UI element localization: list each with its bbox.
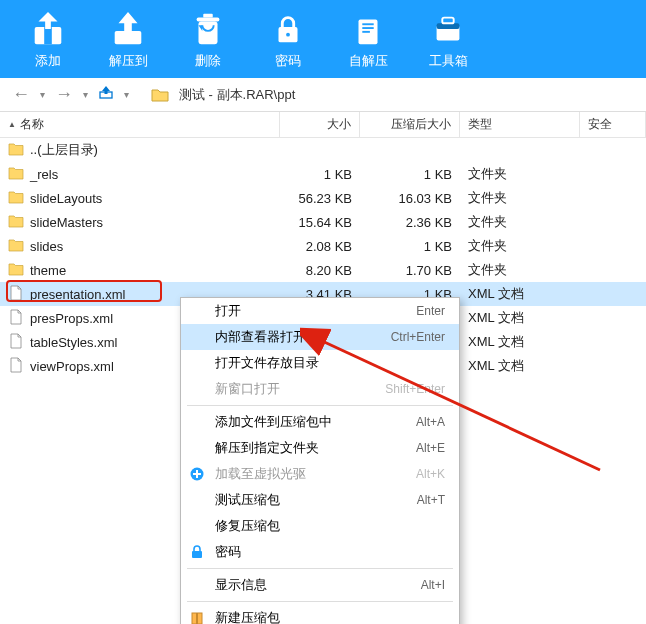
file-row[interactable]: theme8.20 KB1.70 KB文件夹 [0,258,646,282]
folder-icon [8,261,24,280]
context-menu-item[interactable]: 解压到指定文件夹Alt+E [181,435,459,461]
file-row[interactable]: slides2.08 KB1 KB文件夹 [0,234,646,258]
folder-icon [8,141,24,160]
folder-icon [8,165,24,184]
context-menu-separator [187,568,453,569]
context-menu-shortcut: Alt+I [421,578,445,592]
svg-rect-18 [442,18,453,24]
sort-indicator-icon: ▲ [8,120,16,129]
file-type: XML 文档 [460,309,580,327]
col-size-header[interactable]: 大小 [280,112,360,137]
svg-marker-20 [102,86,110,94]
context-menu-label: 加载至虚拟光驱 [215,465,306,483]
file-icon [8,333,24,352]
file-type: 文件夹 [460,165,580,183]
context-menu-item[interactable]: 密码 [181,539,459,565]
toolbar-tools[interactable]: 工具箱 [408,0,488,78]
toolbar-add[interactable]: 添加 [8,0,88,78]
svg-rect-14 [362,27,373,29]
context-menu-shortcut: Alt+T [417,493,445,507]
context-menu-label: 内部查看器打开 [215,328,306,346]
toolbar-delete[interactable]: 删除 [168,0,248,78]
file-icon [8,357,24,376]
nav-back-icon[interactable]: ← [8,84,34,105]
context-menu-shortcut: Alt+K [416,467,445,481]
file-name: slides [30,239,63,254]
context-menu-item: 新窗口打开Shift+Enter [181,376,459,402]
file-type: 文件夹 [460,261,580,279]
svg-rect-15 [362,31,370,33]
toolbar-delete-label: 删除 [195,52,221,70]
context-menu-item[interactable]: 添加文件到压缩包中Alt+A [181,409,459,435]
col-name-header[interactable]: ▲名称 [0,112,280,137]
context-menu: 打开Enter内部查看器打开Ctrl+Enter打开文件存放目录新窗口打开Shi… [180,297,460,624]
address-path[interactable]: 测试 - 副本.RAR\ppt [175,86,295,104]
context-menu-label: 显示信息 [215,576,267,594]
context-menu-shortcut: Alt+E [416,441,445,455]
svg-rect-3 [45,20,51,30]
column-headers: ▲名称 大小 压缩后大小 类型 安全 [0,112,646,138]
svg-marker-5 [119,12,138,31]
file-type: 文件夹 [460,213,580,231]
file-size: 2.08 KB [280,239,360,254]
context-menu-item[interactable]: 打开Enter [181,298,459,324]
context-menu-label: 新窗口打开 [215,380,280,398]
file-row[interactable]: slideMasters15.64 KB2.36 KB文件夹 [0,210,646,234]
trash-icon [189,10,227,48]
context-menu-shortcut: Enter [416,304,445,318]
svg-point-11 [286,33,290,37]
context-menu-label: 打开 [215,302,241,320]
main-toolbar: 添加 解压到 删除 密码 自解压 工具箱 [0,0,646,78]
toolbar-sfx[interactable]: 自解压 [328,0,408,78]
context-menu-item[interactable]: 新建压缩包 [181,605,459,624]
sfx-icon [349,10,387,48]
context-menu-label: 密码 [215,543,241,561]
file-icon [8,309,24,328]
plus-icon [189,466,205,482]
toolbar-sfx-label: 自解压 [349,52,388,70]
file-size: 8.20 KB [280,263,360,278]
file-compressed-size: 1 KB [360,167,460,182]
lock-icon [269,10,307,48]
file-compressed-size: 2.36 KB [360,215,460,230]
context-menu-item[interactable]: 测试压缩包Alt+T [181,487,459,513]
toolbar-extract[interactable]: 解压到 [88,0,168,78]
file-icon [8,285,24,304]
svg-rect-7 [197,18,220,22]
file-row[interactable]: _rels1 KB1 KB文件夹 [0,162,646,186]
file-size: 1 KB [280,167,360,182]
context-menu-item[interactable]: 显示信息Alt+I [181,572,459,598]
nav-up-dropdown-icon[interactable]: ▾ [124,89,129,100]
svg-rect-13 [362,23,373,25]
archive-icon [189,610,205,624]
file-name: viewProps.xml [30,359,114,374]
file-type: XML 文档 [460,333,580,351]
context-menu-item[interactable]: 内部查看器打开Ctrl+Enter [181,324,459,350]
context-menu-shortcut: Alt+A [416,415,445,429]
col-type-header[interactable]: 类型 [460,112,580,137]
toolbar-add-label: 添加 [35,52,61,70]
toolbox-icon [429,10,467,48]
file-compressed-size: 1 KB [360,239,460,254]
folder-icon [151,86,169,104]
nav-back-dropdown-icon[interactable]: ▾ [40,89,45,100]
file-name: presentation.xml [30,287,125,302]
nav-forward-icon[interactable]: → [51,84,77,105]
context-menu-separator [187,405,453,406]
nav-up-icon[interactable] [94,84,118,105]
svg-rect-6 [199,21,218,44]
context-menu-item[interactable]: 修复压缩包 [181,513,459,539]
svg-rect-8 [203,14,213,18]
file-row[interactable]: slideLayouts56.23 KB16.03 KB文件夹 [0,186,646,210]
file-name: ..(上层目录) [30,141,98,159]
svg-rect-4 [115,31,142,44]
toolbar-password[interactable]: 密码 [248,0,328,78]
context-menu-item[interactable]: 打开文件存放目录 [181,350,459,376]
file-name: slideLayouts [30,191,102,206]
file-name: presProps.xml [30,311,113,326]
col-csize-header[interactable]: 压缩后大小 [360,112,460,137]
col-safe-header[interactable]: 安全 [580,112,646,137]
nav-forward-dropdown-icon[interactable]: ▾ [83,89,88,100]
file-row[interactable]: ..(上层目录) [0,138,646,162]
svg-rect-22 [192,551,202,558]
